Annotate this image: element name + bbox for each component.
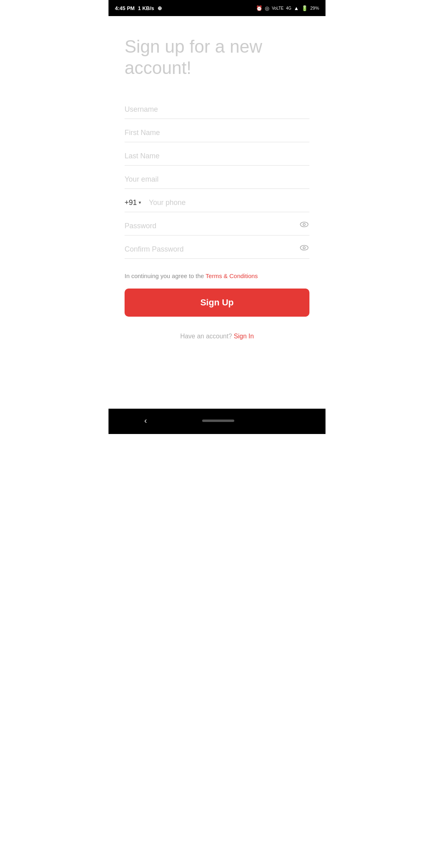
location-icon: ◎ [265,5,269,11]
password-input[interactable] [125,215,309,235]
home-pill[interactable] [202,420,234,422]
battery-icon: 🔋 [301,5,308,11]
email-input[interactable] [125,169,309,189]
whatsapp-icon: ⊕ [158,5,162,11]
battery-level: 29% [310,6,319,10]
last-name-input[interactable] [125,145,309,166]
username-group [125,99,309,119]
volte-icon: VoLTE [272,6,283,10]
password-eye-icon[interactable] [299,219,309,231]
phone-group: +91 ▾ [125,192,309,212]
email-group [125,169,309,189]
first-name-group [125,122,309,142]
main-content: Sign up for a new account! +91 ▾ [108,16,326,409]
svg-point-2 [300,245,308,250]
confirm-password-group [125,239,309,259]
signal-icon: ▲ [294,5,299,11]
terms-text: In continuing you agree to the Terms & C… [125,272,309,281]
status-left: 4:45 PM 1 KB/s ⊕ [115,5,162,11]
alarm-icon: ⏰ [256,5,262,11]
network-4g: 4G [286,6,291,10]
terms-link[interactable]: Terms & Conditions [206,272,258,279]
nav-bar: ‹ [108,409,326,434]
username-input[interactable] [125,99,309,119]
first-name-input[interactable] [125,122,309,142]
chevron-down-icon: ▾ [139,200,141,205]
country-code-value: +91 [125,199,137,207]
country-code-selector[interactable]: +91 ▾ [125,192,146,212]
time: 4:45 PM [115,5,135,11]
status-bar: 4:45 PM 1 KB/s ⊕ ⏰ ◎ VoLTE 4G ▲ 🔋 29% [108,0,326,16]
confirm-password-eye-icon[interactable] [299,242,309,255]
svg-point-1 [303,223,305,225]
network-speed: 1 KB/s [138,5,154,11]
have-account-text: Have an account? [180,333,232,340]
back-button[interactable]: ‹ [128,413,163,428]
signin-link[interactable]: Sign In [234,333,254,340]
confirm-password-input[interactable] [125,239,309,259]
phone-input[interactable] [146,192,309,212]
status-right: ⏰ ◎ VoLTE 4G ▲ 🔋 29% [256,5,319,11]
signup-button[interactable]: Sign Up [125,289,309,317]
page-title: Sign up for a new account! [125,36,309,79]
signin-row: Have an account? Sign In [125,333,309,340]
password-group [125,215,309,235]
svg-point-0 [300,222,308,227]
last-name-group [125,145,309,166]
svg-point-3 [303,246,305,248]
